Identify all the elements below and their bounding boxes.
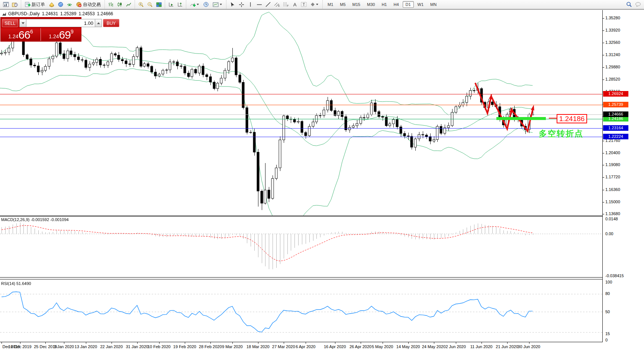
new-chart-icon[interactable] bbox=[2, 0, 10, 9]
rsi-axis-label: 15 bbox=[605, 331, 610, 336]
equidistant-channel-icon[interactable]: E bbox=[273, 0, 281, 9]
autotrading-label: 自动交易 bbox=[83, 1, 101, 8]
date-axis-tick bbox=[258, 342, 258, 344]
market-watch-icon[interactable] bbox=[48, 0, 56, 9]
date-axis-label: 16 Apr 2020 bbox=[324, 344, 346, 349]
chart-tab-icon bbox=[2, 12, 6, 16]
svg-text:T: T bbox=[303, 3, 305, 7]
chat-icon[interactable] bbox=[634, 0, 642, 9]
date-axis-tick bbox=[434, 342, 434, 344]
pane-splitter[interactable] bbox=[0, 277, 602, 278]
arrow-up-icon bbox=[97, 22, 100, 24]
autotrading-button[interactable]: 自动交易 bbox=[74, 0, 103, 9]
sell-button[interactable]: SELL bbox=[2, 19, 18, 27]
trendline-icon[interactable] bbox=[264, 0, 272, 9]
price-axis-tick bbox=[603, 214, 604, 214]
volume-decrease-button[interactable] bbox=[19, 19, 26, 27]
pane-splitter[interactable] bbox=[0, 342, 602, 342]
periods-icon[interactable] bbox=[202, 0, 210, 9]
date-axis-tick bbox=[137, 342, 138, 344]
timeframe-button-m1[interactable]: M1 bbox=[325, 1, 336, 8]
high-value: 1.25289 bbox=[60, 11, 76, 16]
pane-splitter[interactable] bbox=[0, 215, 602, 216]
date-axis-tick bbox=[1, 342, 2, 344]
date-axis-tick bbox=[335, 342, 335, 344]
date-axis-tick bbox=[64, 342, 64, 344]
signals-icon[interactable] bbox=[65, 0, 74, 9]
search-icon[interactable] bbox=[625, 0, 633, 9]
glyph-f: F bbox=[287, 4, 289, 7]
timeframe-button-w1[interactable]: W1 bbox=[415, 1, 427, 8]
pane-splitter[interactable] bbox=[0, 216, 602, 217]
arrow-down-icon bbox=[22, 22, 25, 24]
sell-price-display[interactable]: 1.24666 bbox=[1, 28, 41, 41]
date-axis-label: 14 May 2020 bbox=[396, 344, 420, 349]
date-axis-label: 19 Feb 2020 bbox=[173, 344, 196, 349]
timeframe-button-h4[interactable]: H4 bbox=[390, 1, 402, 8]
buy-price-pip: 9 bbox=[71, 29, 74, 34]
date-axis-tick bbox=[159, 342, 160, 344]
zoom-out-icon[interactable] bbox=[146, 0, 154, 9]
horizontal-line-icon[interactable] bbox=[255, 0, 263, 9]
timeframe-button-h1[interactable]: H1 bbox=[379, 1, 390, 8]
price-axis-label: 1.35280 bbox=[605, 16, 620, 20]
auto-scroll-icon[interactable] bbox=[167, 0, 175, 9]
price-axis-tick bbox=[603, 177, 604, 178]
chart-shift-icon[interactable] bbox=[176, 0, 184, 9]
buy-price-display[interactable]: 1.24699 bbox=[41, 28, 81, 41]
cursor-icon[interactable] bbox=[228, 0, 236, 9]
buy-button[interactable]: BUY bbox=[103, 19, 119, 27]
date-axis-label: 21 Jun 2020 bbox=[496, 344, 518, 349]
shapes-icon bbox=[310, 2, 315, 7]
macd-pane-canvas[interactable] bbox=[0, 217, 602, 277]
timeframe-button-d1[interactable]: D1 bbox=[403, 1, 414, 8]
indicators-add-button[interactable] bbox=[188, 0, 201, 9]
zoom-in-icon[interactable] bbox=[137, 0, 145, 9]
support-zone-bar[interactable] bbox=[496, 117, 546, 120]
date-axis-tick bbox=[482, 342, 482, 344]
timeframe-button-m5[interactable]: M5 bbox=[337, 1, 348, 8]
autotrading-icon bbox=[76, 2, 82, 7]
text-label-tool-icon[interactable]: T bbox=[300, 0, 308, 9]
volume-input[interactable] bbox=[26, 19, 95, 27]
line-chart-icon[interactable] bbox=[125, 0, 133, 9]
toolbar-group-zoom bbox=[135, 0, 165, 9]
text-tool-icon[interactable]: A bbox=[291, 0, 299, 9]
bar-chart-icon[interactable] bbox=[107, 0, 115, 9]
shapes-tool-button[interactable] bbox=[309, 0, 321, 9]
buy-price-main: 69 bbox=[59, 29, 71, 40]
date-axis-label: 16 Dec 2019 bbox=[8, 344, 31, 349]
price-axis-tick bbox=[603, 153, 604, 153]
timeframe-button-m30[interactable]: M30 bbox=[364, 1, 378, 8]
price-axis-label: 1.20400 bbox=[605, 150, 620, 155]
templates-button[interactable] bbox=[211, 0, 224, 9]
pane-splitter[interactable] bbox=[0, 279, 602, 279]
rsi-pane-canvas[interactable] bbox=[0, 279, 602, 342]
date-axis-label: 30 Jun 2020 bbox=[518, 344, 540, 349]
date-axis-label: 18 Mar 2020 bbox=[247, 344, 270, 349]
price-axis-tick bbox=[603, 30, 604, 31]
macd-axis-label: 0.0148 bbox=[605, 217, 618, 221]
key-level-price-label[interactable]: 1.24186 bbox=[557, 114, 587, 123]
candlestick-chart-icon[interactable] bbox=[116, 0, 124, 9]
symbol-period-label: GBPUSD-,Daily bbox=[8, 11, 40, 16]
price-axis-tick bbox=[603, 43, 604, 43]
toolbar-group-trade: 新订单 自动交易 bbox=[21, 0, 104, 9]
profiles-icon[interactable] bbox=[11, 0, 19, 9]
timeframe-button-m15[interactable]: M15 bbox=[350, 1, 363, 8]
date-axis-label: 13 Jan 2020 bbox=[75, 344, 97, 349]
tile-windows-icon[interactable] bbox=[155, 0, 163, 9]
volume-increase-button[interactable] bbox=[95, 19, 102, 27]
vertical-line-icon[interactable] bbox=[246, 0, 254, 9]
turning-point-annotation[interactable]: 多空转折点 bbox=[539, 128, 583, 139]
date-axis-tick bbox=[284, 342, 284, 344]
toolbar-group-chart-type bbox=[104, 0, 135, 9]
date-axis-tick bbox=[361, 342, 361, 344]
new-order-button[interactable]: 新订单 bbox=[23, 0, 47, 9]
fibonacci-icon[interactable]: F bbox=[282, 0, 290, 9]
crosshair-icon[interactable] bbox=[237, 0, 245, 9]
timeframe-button-mn[interactable]: MN bbox=[427, 1, 439, 8]
macd-indicator-label: MACD(12,26,9) -0.001592 -0.001094 bbox=[1, 217, 69, 222]
price-chart-canvas[interactable] bbox=[0, 10, 602, 216]
navigator-icon[interactable] bbox=[57, 0, 65, 9]
